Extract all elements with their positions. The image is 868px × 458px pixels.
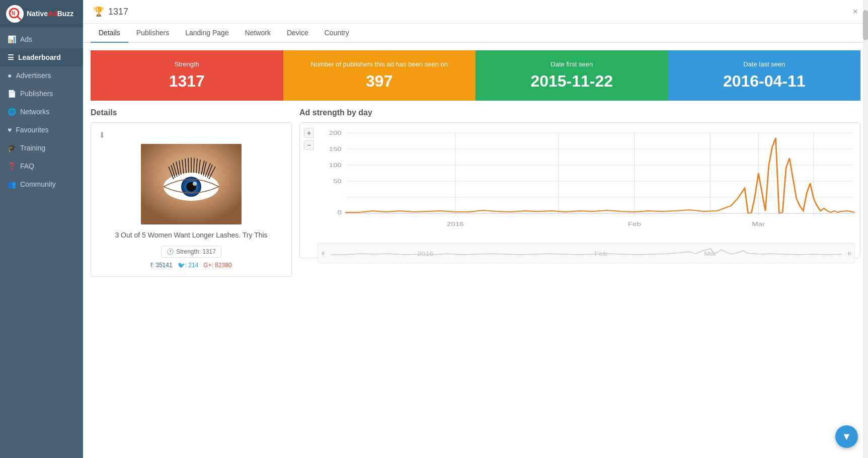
tab-publishers-label: Publishers xyxy=(136,29,169,37)
tab-device[interactable]: Device xyxy=(279,24,317,43)
svg-text:2016: 2016 xyxy=(447,221,463,227)
tab-landing-page-label: Landing Page xyxy=(185,29,228,37)
svg-text:50: 50 xyxy=(333,178,342,185)
sidebar-logo: N NativeAdBuzz xyxy=(0,0,83,28)
ad-text: 3 Out of 5 Women Want Longer Lashes. Try… xyxy=(115,231,267,241)
publishers-icon: 📄 xyxy=(8,90,16,98)
tab-publishers[interactable]: Publishers xyxy=(128,24,177,43)
twitter-count: 🐦: 214 xyxy=(178,262,199,269)
stat-date-first-value: 2015-11-22 xyxy=(486,72,658,91)
chart-area: 200 150 100 50 0 2016 Feb Mar xyxy=(318,128,855,253)
sidebar-item-faq[interactable]: ❓ FAQ xyxy=(0,157,83,175)
sidebar-nav: 📊 Ads ☰ Leaderboard ● Advertisers 📄 Publ… xyxy=(0,30,83,193)
scrollbar-thumb[interactable] xyxy=(863,10,868,40)
svg-text:200: 200 xyxy=(329,130,342,136)
sidebar-item-training[interactable]: 🎓 Training xyxy=(0,139,83,157)
facebook-count: f: 35141 xyxy=(150,262,172,269)
content-area: Details ⬇ xyxy=(83,108,868,458)
strength-badge: 🕐 Strength: 1317 xyxy=(161,246,221,258)
stat-publishers-label: Number of publishers this ad has been se… xyxy=(293,60,466,68)
svg-point-7 xyxy=(193,182,197,186)
svg-text:0: 0 xyxy=(338,209,342,216)
sidebar-item-label-community: Community xyxy=(20,180,56,188)
tab-details-label: Details xyxy=(99,29,120,37)
timeline-pause-left-icon: ⏸ xyxy=(321,251,326,256)
tab-landing-page[interactable]: Landing Page xyxy=(177,24,236,43)
tab-device-label: Device xyxy=(287,29,308,37)
svg-text:Mar: Mar xyxy=(704,251,717,257)
leaderboard-icon: ☰ xyxy=(8,53,14,61)
svg-line-1 xyxy=(18,17,21,20)
modal-title-text: 1317 xyxy=(108,7,128,17)
fab-button[interactable]: ▼ xyxy=(835,425,858,448)
sidebar-item-leaderboard[interactable]: ☰ Leaderboard xyxy=(0,48,83,66)
sidebar-item-community[interactable]: 👥 Community xyxy=(0,175,83,193)
modal-overlay: 🏆 1317 × Details Publishers Landing Page… xyxy=(83,0,868,458)
svg-text:Feb: Feb xyxy=(628,221,641,227)
stat-date-first-label: Date first seen xyxy=(486,60,658,68)
modal-close-button[interactable]: × xyxy=(852,7,858,16)
gplus-count: G+: 82380 xyxy=(203,262,231,269)
faq-icon: ❓ xyxy=(8,162,16,170)
sidebar-item-label-ads: Ads xyxy=(20,35,32,43)
stat-strength-value: 1317 xyxy=(101,72,273,91)
chart-panel: Ad strength by day + − xyxy=(299,108,860,450)
stat-publishers: Number of publishers this ad has been se… xyxy=(283,50,476,101)
chart-container: + − 200 xyxy=(299,122,860,258)
stat-date-last: Date last seen 2016-04-11 xyxy=(668,50,861,101)
svg-text:150: 150 xyxy=(329,146,342,152)
tab-country[interactable]: Country xyxy=(317,24,357,43)
stat-publishers-value: 397 xyxy=(293,72,466,91)
sidebar-item-publishers[interactable]: 📄 Publishers xyxy=(0,85,83,103)
chart-svg: 200 150 100 50 0 2016 Feb Mar xyxy=(318,128,855,239)
sidebar-item-label-leaderboard: Leaderboard xyxy=(18,53,61,61)
ads-icon: 📊 xyxy=(8,35,16,43)
modal: 🏆 1317 × Details Publishers Landing Page… xyxy=(83,0,868,458)
sidebar-item-networks[interactable]: 🌐 Networks xyxy=(0,103,83,121)
svg-line-21 xyxy=(194,158,194,173)
sidebar-item-advertisers[interactable]: ● Advertisers xyxy=(0,66,83,85)
details-panel-title: Details xyxy=(91,108,292,117)
modal-header: 🏆 1317 × xyxy=(83,0,868,24)
sidebar-item-favourites[interactable]: ♥ Favourites xyxy=(0,121,83,139)
advertisers-icon: ● xyxy=(8,71,12,80)
sidebar: N NativeAdBuzz 📊 Ads ☰ Leaderboard ● Adv… xyxy=(0,0,83,458)
details-card-inner: ⬇ xyxy=(91,123,291,276)
chart-title: Ad strength by day xyxy=(299,108,860,117)
details-panel: Details ⬇ xyxy=(91,108,292,450)
fab-icon: ▼ xyxy=(842,431,852,442)
sidebar-item-label-publishers: Publishers xyxy=(20,90,53,98)
svg-text:N: N xyxy=(12,11,15,16)
networks-icon: 🌐 xyxy=(8,108,16,116)
svg-text:Mar: Mar xyxy=(752,221,765,227)
svg-text:100: 100 xyxy=(329,162,342,169)
modal-title: 🏆 1317 xyxy=(93,6,128,17)
strength-badge-text: Strength: 1317 xyxy=(176,248,216,255)
stat-date-last-label: Date last seen xyxy=(678,60,851,68)
tabs-container: Details Publishers Landing Page Network … xyxy=(83,24,868,43)
trophy-icon: 🏆 xyxy=(93,6,104,17)
chart-timeline: ⏸ 2016 Feb Mar ⏸ xyxy=(318,243,855,263)
sidebar-item-label-favourites: Favourites xyxy=(16,126,48,134)
sidebar-item-ads[interactable]: 📊 Ads xyxy=(0,30,83,48)
sidebar-item-label-training: Training xyxy=(20,144,45,152)
tab-network-label: Network xyxy=(245,29,271,37)
chart-zoom-in-button[interactable]: + xyxy=(304,128,314,138)
download-icon[interactable]: ⬇ xyxy=(99,130,105,140)
stats-row: Strength 1317 Number of publishers this … xyxy=(83,43,868,108)
tab-details[interactable]: Details xyxy=(91,24,128,43)
chart-zoom-out-button[interactable]: − xyxy=(304,140,314,150)
stat-date-first: Date first seen 2015-11-22 xyxy=(476,50,668,101)
modal-scrollbar[interactable] xyxy=(863,0,868,458)
main-content: 🏆 1317 × Details Publishers Landing Page… xyxy=(83,0,868,458)
details-card: ⬇ xyxy=(91,122,292,277)
tab-network[interactable]: Network xyxy=(237,24,279,43)
sidebar-item-label-faq: FAQ xyxy=(20,162,34,170)
timeline-svg: 2016 Feb Mar xyxy=(331,245,842,262)
stat-strength: Strength 1317 xyxy=(91,50,283,101)
stat-date-last-value: 2016-04-11 xyxy=(678,72,851,91)
logo-text: NativeAdBuzz xyxy=(27,10,73,18)
stat-strength-label: Strength xyxy=(101,60,273,68)
social-row: f: 35141 🐦: 214 G+: 82380 xyxy=(150,262,231,269)
svg-line-20 xyxy=(188,158,189,173)
